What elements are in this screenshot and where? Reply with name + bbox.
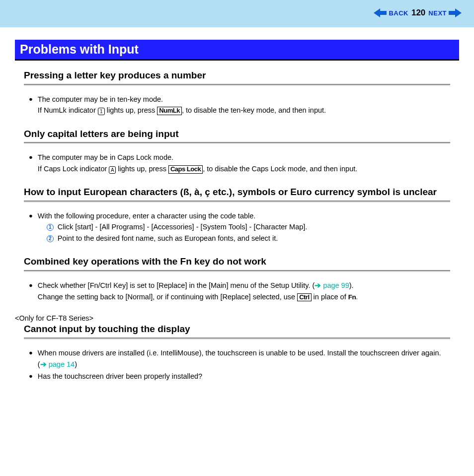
text: If NumLk indicator bbox=[38, 106, 98, 114]
text: , to disable the Caps Lock mode, and the… bbox=[203, 165, 357, 173]
bullet-icon: ● bbox=[29, 94, 33, 105]
text: If Caps Lock indicator bbox=[38, 165, 109, 173]
text: lights up, press bbox=[116, 165, 168, 173]
subsection-5-title: Cannot input by touching the display bbox=[24, 323, 459, 336]
page-number: 120 bbox=[411, 8, 425, 18]
divider bbox=[24, 142, 450, 144]
series-note: <Only for CF-T8 Series> bbox=[15, 314, 459, 322]
divider bbox=[24, 270, 450, 272]
link-arrow-icon: ➔ bbox=[315, 281, 323, 289]
ctrl-key: Ctrl bbox=[297, 293, 311, 302]
bullet-icon: ● bbox=[29, 347, 33, 358]
divider bbox=[24, 84, 450, 86]
page-link-14[interactable]: page 14 bbox=[49, 360, 75, 368]
text: ) bbox=[75, 360, 77, 368]
text: in place of bbox=[312, 293, 348, 301]
header-bar: BACK 120 NEXT bbox=[0, 0, 474, 27]
bullet-icon: ● bbox=[29, 371, 33, 382]
subsection-2-title: Only capital letters are being input bbox=[24, 128, 459, 140]
capslock-indicator-icon: A bbox=[109, 166, 116, 174]
text: With the following procedure, enter a ch… bbox=[38, 212, 255, 220]
subsection-5-body: ● When mouse drivers are installed (i.e.… bbox=[29, 347, 449, 382]
next-arrow-icon[interactable] bbox=[449, 8, 462, 17]
subsection-4-title: Combined key operations with the Fn key … bbox=[24, 256, 459, 268]
subsection-4-body: ● Check whether [Fn/Ctrl Key] is set to … bbox=[29, 280, 449, 302]
nav-group: BACK 120 NEXT bbox=[374, 8, 462, 18]
subsection-1-body: ● The computer may be in ten-key mode. I… bbox=[29, 94, 449, 116]
step-1-text: Click [start] - [All Programs] - [Access… bbox=[58, 223, 308, 231]
fn-key: Fn bbox=[348, 293, 356, 301]
next-button[interactable]: NEXT bbox=[428, 9, 447, 17]
back-button[interactable]: BACK bbox=[389, 9, 408, 17]
svg-marker-0 bbox=[374, 8, 387, 17]
text: , to disable the ten-key mode, and then … bbox=[182, 106, 326, 114]
bullet-icon: ● bbox=[29, 210, 33, 221]
text: ). bbox=[349, 281, 354, 289]
subsection-3-title: How to input European characters (ß, à, … bbox=[24, 186, 459, 199]
step-2-text: Point to the desired font name, such as … bbox=[58, 234, 278, 242]
capslock-key: Caps Lock bbox=[168, 165, 203, 174]
subsection-1-title: Pressing a letter key produces a number bbox=[24, 69, 459, 82]
text: . bbox=[356, 293, 358, 301]
step-2-icon: 2 bbox=[47, 235, 54, 242]
numlk-indicator-icon: 1 bbox=[98, 108, 105, 115]
bullet-icon: ● bbox=[29, 280, 33, 291]
section-title: Problems with Input bbox=[15, 40, 459, 61]
numlk-key: NumLk bbox=[157, 107, 182, 115]
link-arrow-icon: ➔ bbox=[40, 360, 49, 368]
text: The computer may be in ten-key mode. bbox=[38, 95, 163, 103]
text: Check whether [Fn/Ctrl Key] is set to [R… bbox=[38, 281, 315, 289]
divider bbox=[24, 201, 450, 203]
text: When mouse drivers are installed (i.e. I… bbox=[38, 349, 441, 368]
text: lights up, press bbox=[105, 106, 158, 114]
text: Has the touchscreen driver been properly… bbox=[38, 372, 202, 380]
subsection-3-body: ● With the following procedure, enter a … bbox=[29, 210, 449, 244]
svg-marker-1 bbox=[449, 8, 462, 17]
back-arrow-icon[interactable] bbox=[374, 8, 387, 17]
subsection-2-body: ● The computer may be in Caps Lock mode.… bbox=[29, 152, 449, 174]
bullet-icon: ● bbox=[29, 152, 33, 163]
divider bbox=[24, 338, 450, 340]
text: The computer may be in Caps Lock mode. bbox=[38, 153, 173, 161]
step-1-icon: 1 bbox=[47, 224, 54, 231]
page-link-99[interactable]: page 99 bbox=[323, 281, 349, 289]
text: Change the setting back to [Normal], or … bbox=[38, 293, 297, 301]
